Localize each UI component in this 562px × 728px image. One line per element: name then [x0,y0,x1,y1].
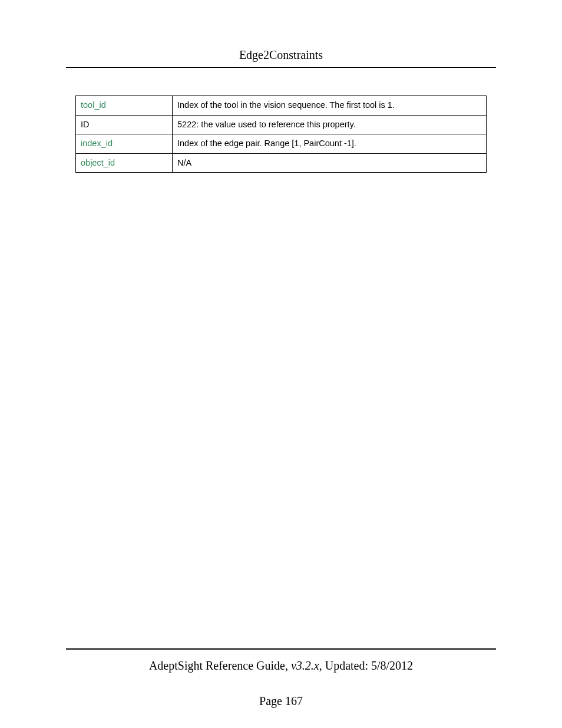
page-number-label: Page 167 [259,694,303,707]
parameters-table: tool_id Index of the tool in the vision … [75,95,487,173]
document-page: Edge2Constraints tool_id Index of the to… [0,0,562,728]
table-row: object_id N/A [76,153,487,173]
param-link-index-id[interactable]: index_id [81,139,113,148]
param-desc-cell: 5222: the value used to reference this p… [173,115,487,134]
param-link-object-id[interactable]: object_id [81,158,115,167]
table-row: tool_id Index of the tool in the vision … [76,96,487,116]
param-desc-cell: N/A [173,153,487,173]
param-name-cell: object_id [76,153,173,173]
param-link-tool-id[interactable]: tool_id [81,100,106,110]
footer-updated-prefix: , Updated: [319,659,371,672]
param-name-cell: ID [76,115,173,134]
param-desc-cell: Index of the tool in the vision sequence… [173,96,487,116]
footer-updated: 5/8/2012 [371,659,413,672]
param-desc-cell: Index of the edge pair. Range [1, PairCo… [173,134,487,154]
header-divider [66,67,496,68]
page-title: Edge2Constraints [239,48,323,61]
content-area: tool_id Index of the tool in the vision … [75,95,487,173]
param-name-cell: tool_id [76,96,173,116]
footer-version-prefix: , [285,659,291,672]
page-number: Page 167 [0,694,562,708]
param-text-id: ID [81,120,90,129]
page-header: Edge2Constraints [66,48,496,62]
footer-version: v3.2.x [291,659,319,672]
param-name-cell: index_id [76,134,173,154]
table-row: index_id Index of the edge pair. Range [… [76,134,487,154]
footer-guide-name: AdeptSight Reference Guide [149,659,285,672]
footer-divider [66,648,496,650]
table-row: ID 5222: the value used to reference thi… [76,115,487,134]
footer-text: AdeptSight Reference Guide, v3.2.x, Upda… [66,659,496,673]
